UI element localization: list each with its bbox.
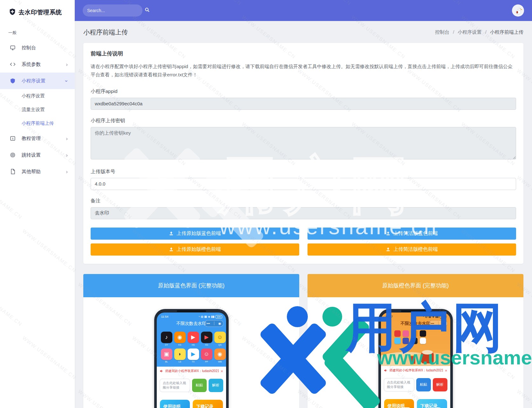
app-icon: ☺ [201, 348, 212, 360]
sidebar-subitem-traffic-settings[interactable]: 流量主设置 [0, 103, 75, 116]
app-icon: ☺ [214, 332, 226, 343]
upload-icon [169, 231, 174, 236]
version-input[interactable] [91, 178, 516, 190]
target-circle-icon: ◉ [218, 322, 221, 325]
upload-original-blue-button[interactable]: 上传原始版蓝色前端 [91, 228, 299, 240]
phone-time: 11:54 [161, 315, 169, 318]
shield-plus-logo-icon [9, 8, 16, 17]
upload-key-label: 小程序上传密钥 [91, 117, 516, 124]
orange-preview-panel: 原始版橙色界面 (完整功能) 12:57 ◔ ◍ ▦ ◈ ▮▮100 不限次数去… [307, 274, 523, 408]
link-input-row: 点击此处输入视频分享链接 粘贴 解析 [381, 375, 450, 395]
app-icon: ♪ [161, 332, 172, 343]
battery-indicator: 100 [439, 315, 446, 319]
speaker-icon [160, 369, 163, 373]
search-bar[interactable] [83, 4, 142, 17]
breadcrumb-separator: / [453, 29, 454, 35]
app-icon [403, 330, 409, 337]
sidebar-subitem-frontend-upload[interactable]: 小程序前端上传 [0, 116, 75, 130]
form-heading: 前端上传说明 [91, 50, 516, 57]
breadcrumb-dashboard[interactable]: 控制台 [435, 29, 449, 35]
shield-icon [10, 78, 16, 84]
app-icon [411, 338, 418, 344]
app-icon [420, 330, 426, 337]
battery-indicator: 100 [215, 315, 222, 319]
app-icon [411, 330, 418, 337]
breadcrumb: 控制台 / 小程序设置 / 小程序前端上传 [435, 29, 523, 35]
upload-simple-blue-button[interactable]: 上传简洁版蓝色前端 [307, 228, 516, 240]
sidebar-item-label: 小程序设置 [22, 78, 66, 84]
blue-panel-title: 原始版蓝色界面 (完整功能) [83, 274, 299, 297]
sidebar-item-miniprogram-settings[interactable]: 小程序设置 › [0, 73, 75, 89]
sidebar-item-label: 系统参数 [22, 61, 66, 67]
app-shortcut: ▶XG [201, 332, 212, 346]
app-grid-orange [394, 330, 427, 344]
app-title: 去水印管理系统 [18, 8, 62, 17]
notice-bar: 搭建同款小程序联系WX：ludashi2021~ × [157, 367, 226, 376]
notice-text: 搭建同款小程序联系WX：ludashi2021~ [390, 368, 443, 373]
app-label: QS [218, 344, 221, 346]
note-input [91, 207, 516, 219]
sidebar-item-dashboard[interactable]: 控制台 [0, 39, 75, 56]
link-input-row: 点击此处输入视频分享链接 粘贴 解析 [157, 376, 226, 396]
wechat-capsule: ••• ◉ [204, 320, 224, 327]
app-label: PP [205, 361, 208, 363]
blue-preview-panel: 原始版蓝色界面 (完整功能) 11:54 ◔ ◍ ▦ ◈ ▮▮100 不限次数去… [83, 274, 299, 408]
app-icon: ◉ [174, 332, 186, 343]
more-dots-icon: ••• [207, 322, 210, 325]
sidebar: 去水印管理系统 一般 控制台 系统参数 › 小程序设置 › 小程序设置 流量主设… [0, 0, 75, 408]
user-avatar[interactable] [512, 4, 524, 17]
form-description: 请在小程序配置中填好小程序上传密钥与appid，如需要对前端进行修改，请下载前端… [91, 62, 516, 79]
chevron-right-icon: › [66, 152, 68, 158]
page-title: 小程序前端上传 [83, 28, 128, 37]
app-logo[interactable]: 去水印管理系统 [0, 0, 75, 17]
sidebar-item-label: 控制台 [22, 45, 68, 51]
video-link-input: 点击此处输入视频分享链接 [160, 379, 190, 392]
app-shortcut: ▶TX [188, 348, 199, 363]
app-shortcut: ◗LS [174, 348, 186, 363]
breadcrumb-current: 小程序前端上传 [490, 29, 523, 35]
drum-shape [421, 352, 434, 363]
wechat-capsule: ••• ◉ [429, 320, 448, 327]
notice-text: 搭建同款小程序联系WX：ludashi2021~ [165, 369, 219, 373]
fingerprint-icon [10, 152, 16, 158]
appid-label: 小程序appid [91, 88, 516, 95]
button-label: 上传简洁版蓝色前端 [393, 230, 438, 237]
breadcrumb-miniprogram-settings[interactable]: 小程序设置 [458, 29, 481, 35]
chevron-right-icon: › [66, 169, 68, 174]
app-shortcut: ◉WB [214, 348, 226, 363]
card-title: 下载记录 [420, 403, 445, 408]
chevron-right-icon: › [66, 136, 68, 141]
app-icon: ▣ [161, 348, 172, 360]
upload-simple-orange-button[interactable]: 上传简洁版橙色前端 [307, 243, 516, 256]
search-input[interactable] [87, 8, 145, 13]
goose-avatar-image [513, 6, 523, 15]
chevron-right-icon: › [66, 62, 68, 67]
appid-input [91, 98, 516, 110]
topbar [75, 0, 532, 21]
miniapp-title: 不限次数去水印 [400, 321, 431, 327]
sidebar-subitem-miniprogram-settings[interactable]: 小程序设置 [0, 89, 75, 103]
video-link-input: 点击此处输入视频分享链接 [384, 378, 414, 391]
app-icon: ◗ [174, 348, 186, 360]
paste-button: 粘贴 [192, 379, 207, 392]
orange-panel-title: 原始版橙色界面 (完整功能) [307, 274, 523, 297]
sidebar-item-system-params[interactable]: 系统参数 › [0, 56, 75, 73]
search-icon[interactable] [145, 7, 150, 14]
phone-mockup-blue: 11:54 ◔ ◍ ▦ ◈ ▮▮100 不限次数去水印 ••• ◉ ♪DY◉KS… [154, 309, 229, 408]
lantern-shape [410, 355, 415, 365]
sidebar-item-other-help[interactable]: 其他帮助 › [0, 163, 75, 180]
notice-bar: 搭建同款小程序联系WX：ludashi2021~ × [381, 366, 450, 375]
sidebar-item-tutorial-management[interactable]: $ 教程管理 › [0, 130, 75, 147]
sidebar-item-redirect-settings[interactable]: 跳转设置 › [0, 147, 75, 163]
svg-text:$: $ [12, 137, 14, 140]
code-icon [10, 61, 16, 67]
upload-key-textarea[interactable] [91, 127, 516, 159]
sidebar-item-label: 跳转设置 [22, 152, 66, 158]
target-circle-icon: ◉ [442, 322, 445, 325]
close-icon: × [221, 369, 223, 374]
version-label: 上传版本号 [91, 168, 516, 175]
sidebar-item-label: 教程管理 [22, 136, 66, 142]
upload-icon [386, 247, 390, 252]
upload-original-orange-button[interactable]: 上传原始版橙色前端 [91, 243, 299, 256]
app-icon [394, 330, 401, 337]
